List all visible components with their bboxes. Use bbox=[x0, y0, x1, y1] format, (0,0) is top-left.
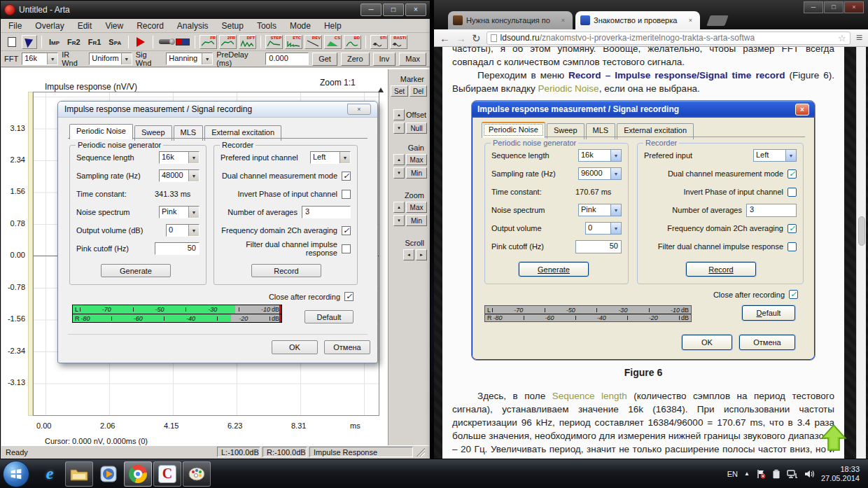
fr2-chart-button[interactable]: 2FR bbox=[219, 35, 237, 49]
dropdown-arrow-icon[interactable]: ▼ bbox=[188, 207, 199, 218]
spa-mode-button[interactable]: Spa bbox=[106, 35, 124, 49]
dual-channel-checkbox[interactable]: ✓ bbox=[342, 172, 351, 181]
default-button[interactable]: Default bbox=[304, 310, 354, 323]
periodic-noise-link[interactable]: Periodic Noise bbox=[538, 83, 599, 94]
averages-input[interactable]: 3 bbox=[302, 206, 351, 218]
menu-overlay[interactable]: Overlay bbox=[35, 21, 64, 31]
menu-help[interactable]: Help bbox=[324, 21, 342, 31]
pink-cutoff-input[interactable]: 50 bbox=[155, 242, 200, 255]
refresh-button[interactable]: ↻ bbox=[472, 33, 481, 43]
generate-button[interactable]: Generate bbox=[101, 264, 171, 277]
close-button[interactable]: × bbox=[844, 1, 864, 13]
menu-file[interactable]: File bbox=[8, 21, 22, 31]
zoom-max-button[interactable]: Max bbox=[406, 202, 427, 213]
imp-mode-button[interactable]: Imp bbox=[46, 35, 62, 49]
address-bar[interactable]: ldsound.ru/znakomstvo-i-proverka-izmerit… bbox=[486, 32, 850, 45]
taskbar-chrome-button[interactable] bbox=[124, 461, 152, 487]
filter-dual-checkbox[interactable] bbox=[342, 244, 351, 253]
fr-chart-button[interactable]: FR bbox=[200, 35, 217, 49]
ir-window-select[interactable]: Uniform▼ bbox=[89, 53, 132, 65]
play-button[interactable] bbox=[133, 35, 148, 49]
network-icon[interactable] bbox=[787, 469, 798, 479]
zero-button[interactable]: Zero bbox=[341, 53, 370, 66]
signal-window-select[interactable]: Hanning▼ bbox=[166, 53, 213, 65]
taskbar-arta-button[interactable]: C bbox=[153, 461, 181, 487]
dropdown-arrow-icon[interactable]: ▼ bbox=[121, 53, 132, 64]
zoom-down-button[interactable]: ▼ bbox=[393, 215, 405, 226]
zoom-up-button[interactable]: ▲ bbox=[393, 202, 405, 213]
fft-size-select[interactable]: 16k▼ bbox=[22, 53, 58, 65]
menu-record[interactable]: Record bbox=[136, 21, 164, 31]
volume-icon[interactable] bbox=[804, 469, 815, 479]
maximize-button[interactable]: □ bbox=[824, 1, 844, 13]
rev-chart-button[interactable]: REV bbox=[304, 35, 322, 49]
ok-button[interactable]: OK bbox=[272, 340, 318, 354]
sampling-rate-select[interactable]: 48000▼ bbox=[159, 169, 200, 182]
tab-periodic-noise[interactable]: Periodic Noise bbox=[69, 124, 133, 139]
gain-max-button[interactable]: Max bbox=[406, 154, 427, 165]
offset-down-button[interactable]: ▼ bbox=[393, 123, 405, 134]
taskbar-media-player-button[interactable] bbox=[94, 461, 122, 487]
scrollbar-thumb[interactable] bbox=[858, 216, 865, 246]
scroll-to-top-button[interactable] bbox=[819, 423, 848, 452]
page-scrollbar[interactable] bbox=[856, 47, 866, 459]
minimize-button[interactable]: ─ bbox=[360, 4, 382, 16]
browser-tab-2[interactable]: Знакомство и проверка × bbox=[575, 11, 700, 29]
back-button[interactable]: ← bbox=[440, 33, 450, 43]
offset-null-button[interactable]: Null bbox=[406, 123, 427, 134]
menu-analysis[interactable]: Analysis bbox=[177, 21, 209, 31]
menu-tools[interactable]: Tools bbox=[257, 21, 276, 31]
menu-setup[interactable]: Setup bbox=[222, 21, 244, 31]
browser-menu-button[interactable]: ≡ bbox=[856, 32, 862, 44]
microphone-button[interactable] bbox=[158, 35, 173, 49]
bd-chart-button[interactable]: BD bbox=[344, 35, 361, 49]
inv-button[interactable]: Inv bbox=[373, 53, 396, 66]
marker-del-button[interactable]: Del bbox=[410, 85, 427, 97]
max-button[interactable]: Max bbox=[399, 53, 426, 66]
dropdown-arrow-icon[interactable]: ▼ bbox=[188, 152, 199, 163]
pointer-tool-button[interactable] bbox=[22, 35, 37, 49]
fr1-mode-button[interactable]: Fr1 bbox=[85, 35, 104, 49]
taskbar-clock[interactable]: 18:33 27.05.2014 bbox=[821, 465, 860, 483]
step-chart-button[interactable]: STEP bbox=[265, 35, 283, 49]
prefered-input-select[interactable]: Left▼ bbox=[310, 151, 351, 164]
dft-chart-button[interactable]: DFT bbox=[239, 35, 256, 49]
tab-close-icon[interactable]: × bbox=[686, 16, 695, 25]
output-volume-select[interactable]: 0▼ bbox=[166, 224, 200, 237]
sti-button[interactable]: STI bbox=[370, 35, 388, 49]
forward-button[interactable]: → bbox=[456, 33, 466, 43]
gain-min-button[interactable]: Min bbox=[406, 167, 427, 179]
bookmark-star-icon[interactable]: ☆ bbox=[838, 33, 846, 43]
action-center-flag-icon[interactable] bbox=[756, 469, 766, 479]
sequence-length-link[interactable]: Sequence length bbox=[552, 391, 627, 401]
new-document-button[interactable] bbox=[4, 35, 20, 49]
rasti-button[interactable]: RASTI bbox=[390, 35, 407, 49]
offset-up-button[interactable]: ▲ bbox=[393, 109, 405, 120]
freq-averaging-checkbox[interactable]: ✓ bbox=[342, 226, 351, 235]
zoom-min-button[interactable]: Min bbox=[406, 215, 427, 226]
dialog-close-button[interactable]: × bbox=[347, 104, 371, 115]
menu-edit[interactable]: Edit bbox=[78, 21, 92, 31]
taskbar-paint-button[interactable] bbox=[183, 461, 211, 487]
fr2-mode-button[interactable]: Fr2 bbox=[64, 35, 83, 49]
language-indicator[interactable]: EN bbox=[727, 470, 738, 478]
tab-close-icon[interactable]: × bbox=[559, 16, 568, 25]
dropdown-arrow-icon[interactable]: ▼ bbox=[188, 225, 199, 236]
scroll-left-button[interactable]: ◄ bbox=[403, 249, 414, 260]
get-button[interactable]: Get bbox=[312, 53, 337, 66]
gain-up-button[interactable]: ▲ bbox=[393, 154, 405, 165]
hidden-icons-chevron[interactable]: ▲ bbox=[744, 470, 750, 477]
gain-down-button[interactable]: ▼ bbox=[393, 167, 405, 179]
dropdown-arrow-icon[interactable]: ▼ bbox=[47, 53, 57, 64]
maximize-button[interactable]: □ bbox=[383, 4, 404, 16]
battery-icon[interactable] bbox=[772, 469, 780, 479]
menu-mode[interactable]: Mode bbox=[290, 21, 311, 31]
signal-level-button[interactable] bbox=[175, 35, 190, 49]
cancel-button[interactable]: Отмена bbox=[324, 340, 370, 354]
menu-view[interactable]: View bbox=[105, 21, 123, 31]
start-button[interactable] bbox=[3, 461, 29, 487]
predelay-input[interactable]: 0.000 bbox=[265, 53, 309, 65]
sequence-length-select[interactable]: 16k▼ bbox=[159, 151, 200, 164]
dropdown-arrow-icon[interactable]: ▼ bbox=[202, 53, 212, 64]
browser-tab-1[interactable]: Нужна консультация по × bbox=[448, 11, 573, 29]
